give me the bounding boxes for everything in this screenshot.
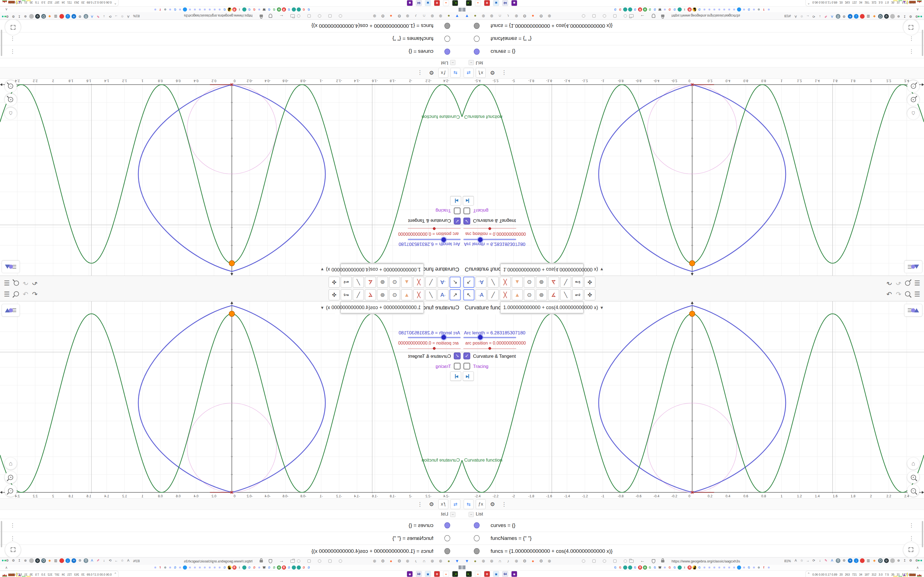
terminal-dock-icon[interactable]: >_ — [466, 571, 472, 577]
dev-d-icon[interactable]: D — [41, 558, 46, 563]
tracing-checkbox[interactable] — [454, 363, 460, 369]
firefox-extension-icon[interactable]: ● — [530, 13, 536, 19]
curvature-tangent-checkbox[interactable]: ✓ — [464, 353, 470, 359]
arc-length-slider[interactable] — [464, 337, 516, 338]
headphones-extension-icon[interactable]: ∩ — [421, 558, 427, 564]
polygon-tool[interactable]: ▲ — [512, 289, 523, 300]
point-on-function[interactable] — [690, 261, 695, 266]
zoom-out-button[interactable]: − — [5, 80, 17, 92]
globe2-extension-icon[interactable]: ⊕ — [489, 558, 494, 564]
kebab-menu-icon[interactable]: ⋮ — [10, 48, 15, 55]
arc-length-slider[interactable] — [408, 239, 460, 240]
perpendicular-tool[interactable]: ╲ — [353, 289, 364, 300]
fullscreen-button[interactable] — [903, 19, 919, 35]
intersect-tool[interactable]: ╳ — [414, 289, 424, 300]
algebra-row[interactable]: curves = {}⋮ — [462, 519, 924, 532]
tab-favicon[interactable]: ✻ — [707, 566, 711, 570]
gear-extension-icon[interactable]: ⚙ — [380, 13, 386, 19]
tab-favicon[interactable]: G — [747, 566, 751, 570]
firefox-dock-icon[interactable]: ● — [475, 571, 481, 577]
undo-icon[interactable]: ↶ — [32, 279, 38, 287]
home-view-button[interactable]: ⌂ — [5, 458, 17, 469]
point-tool[interactable]: ∙A — [475, 289, 486, 300]
line-tool[interactable]: ╱ — [488, 277, 499, 288]
graphics-stylebar-button[interactable] — [904, 261, 922, 273]
trash-icon[interactable]: ▥ — [866, 14, 871, 19]
ring-icon[interactable] — [307, 559, 311, 563]
monitor-dock-icon[interactable]: ▣ — [425, 0, 431, 6]
visibility-toggle[interactable] — [444, 36, 450, 42]
tab-favicon[interactable]: G — [223, 7, 226, 11]
visibility-toggle[interactable] — [474, 522, 480, 529]
zoom-in-button[interactable]: + — [5, 94, 17, 106]
angle-tool[interactable]: ∡ — [548, 289, 559, 300]
arc-length-slider-knob[interactable] — [441, 335, 446, 340]
globe-icon[interactable]: ⊕ — [896, 558, 901, 563]
gray-dot-icon[interactable] — [890, 14, 895, 19]
owl-dock-icon[interactable]: ◉ — [511, 571, 517, 577]
scrollbar[interactable] — [1, 521, 2, 547]
tab-favicon[interactable]: Я — [233, 566, 236, 570]
music-extension-icon[interactable]: ♪ — [506, 13, 511, 19]
visibility-toggle[interactable] — [474, 535, 480, 541]
url-text[interactable]: https://www.geogebra.org/classic/aagcxh3… — [672, 14, 740, 18]
circle-tool[interactable]: ⊙ — [389, 289, 400, 300]
tab-favicon[interactable]: G — [673, 566, 677, 570]
wrench-extension-icon[interactable]: ⚙ — [397, 558, 402, 564]
tab-favicon[interactable]: G — [698, 7, 701, 11]
floppy64-dock-icon[interactable]: 64 — [416, 0, 422, 6]
skip-to-end-button[interactable]: ▶▎ — [450, 196, 461, 206]
tab-favicon[interactable]: ✻ — [153, 566, 157, 570]
hamburger-menu-icon[interactable]: ☰ — [4, 279, 10, 287]
slider-tool[interactable]: a=2 — [341, 277, 352, 288]
forward-arrow-icon[interactable]: → — [806, 558, 810, 563]
tab-favicon[interactable]: ✿ — [643, 7, 647, 11]
algebra-row[interactable]: funcs = {1.000000000000 + cos(4.00000000… — [462, 545, 924, 558]
fullscreen-button[interactable] — [5, 19, 21, 35]
ring-icon[interactable] — [297, 14, 300, 18]
reload-icon[interactable]: ⟳ — [108, 14, 113, 19]
stats-caret-icon[interactable]: ^ — [808, 572, 809, 575]
translate-blue-icon[interactable]: A — [830, 14, 834, 19]
pin-extension-icon[interactable]: ▼ — [464, 13, 470, 19]
page-zoom-level[interactable]: 81% — [784, 14, 791, 18]
uo-icon[interactable]: ʊ — [884, 558, 889, 563]
algebra-row[interactable]: funcNames = {" "}⋮ — [0, 532, 462, 545]
globe3-extension-icon[interactable]: ⊕ — [405, 558, 410, 564]
globe-extension-icon[interactable]: ⊕ — [481, 13, 486, 19]
gear-extension-icon[interactable]: ⚙ — [538, 558, 544, 564]
ring-icon[interactable] — [592, 559, 596, 563]
collapse-button[interactable]: − — [468, 60, 474, 65]
collapse-button[interactable]: − — [450, 60, 456, 65]
forward-arrow-icon[interactable]: → — [114, 558, 118, 563]
perpendicular-tool[interactable]: ╲ — [560, 277, 571, 288]
split-view-icon[interactable]: ⇆ — [464, 499, 473, 509]
kebab-menu-icon[interactable]: ⋮ — [10, 535, 15, 541]
line-tool[interactable]: ╱ — [425, 277, 436, 288]
arc-length-slider-knob[interactable] — [441, 237, 446, 242]
tab-favicon[interactable]: ✻ — [742, 566, 746, 570]
move-view-tool[interactable]: ✜ — [585, 277, 595, 288]
tab-favicon[interactable]: ✻ — [717, 7, 721, 11]
tab-favicon[interactable]: ✻ — [168, 566, 172, 570]
redo-icon[interactable]: ↷ — [23, 279, 28, 287]
download-icon[interactable]: ↓ — [817, 558, 822, 563]
ring-icon[interactable] — [603, 14, 606, 18]
point-tool[interactable]: ∙A — [475, 277, 486, 288]
collapse-button[interactable]: − — [450, 512, 456, 517]
move-select-tool[interactable]: ↖ — [464, 277, 474, 288]
add-circle-icon[interactable]: + — [71, 14, 76, 19]
tab-favicon[interactable]: G — [272, 7, 276, 11]
forward-arrow-icon[interactable]: → — [806, 14, 810, 19]
tab-favicon[interactable]: Я — [282, 7, 286, 11]
tab-favicon[interactable]: ✻ — [663, 7, 667, 11]
stats-caret-icon[interactable]: ^ — [115, 2, 116, 5]
curvature-tangent-checkbox[interactable]: ✓ — [464, 218, 470, 224]
tab-favicon[interactable] — [737, 7, 741, 11]
tab-favicon[interactable]: ✻ — [213, 566, 217, 570]
tab-favicon[interactable] — [628, 7, 632, 11]
wrench-extension-icon[interactable]: ⚙ — [397, 13, 402, 19]
settings-gear-icon[interactable]: ⚙ — [488, 500, 497, 509]
move-select-tool[interactable]: ↖ — [464, 289, 474, 300]
thumb-up-icon[interactable]: ↥ — [902, 14, 907, 19]
